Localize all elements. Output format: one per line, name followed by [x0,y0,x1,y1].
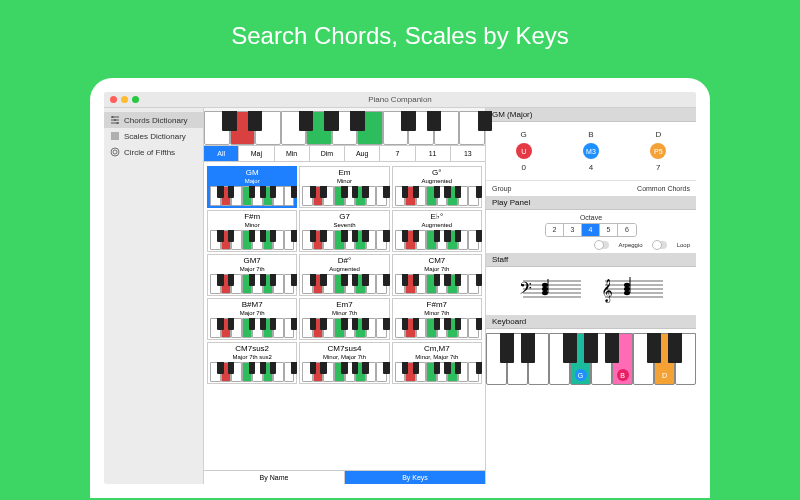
play-panel-header: Play Panel [486,196,696,210]
filter-tab[interactable]: All [204,146,239,161]
chord-grid: GMMajorEmMinorG°AugmentedF#mMinorG7Seven… [204,162,485,470]
bottom-tab[interactable]: By Keys [345,471,485,484]
mini-keyboard [395,274,479,294]
chord-cell[interactable]: D#°Augmented [299,254,389,296]
mini-keyboard [302,362,386,382]
piano-black-key[interactable] [478,111,493,131]
chord-name: B#M7 [242,301,263,309]
keyboard-black-key[interactable] [647,333,662,363]
keyboard-black-key[interactable] [668,333,683,363]
piano-keyboard-top[interactable] [204,108,485,146]
chord-type: Major 7th [240,310,265,316]
chord-cell[interactable]: B#M7Major 7th [207,298,297,340]
arpeggio-label: Arpeggio [619,242,643,248]
chord-cell[interactable]: Cm,M7Minor, Major 7th [392,342,482,384]
chord-name: CM7sus4 [328,345,362,353]
keyboard-black-key[interactable] [521,333,536,363]
arpeggio-toggle[interactable] [595,241,609,249]
sidebar: Chords Dictionary Scales Dictionary Circ… [104,108,204,484]
chord-type: Minor [245,222,260,228]
svg-point-0 [112,116,114,118]
filter-tab[interactable]: Aug [345,146,380,161]
chord-cell[interactable]: F#m7Minor 7th [392,298,482,340]
filter-tab[interactable]: 13 [451,146,485,161]
chord-cell[interactable]: G7Seventh [299,210,389,252]
chord-cell[interactable]: GMMajor [207,166,297,208]
chord-type: Major 7th sus2 [232,354,271,360]
note-label: B [571,130,611,139]
filter-tab[interactable]: 11 [416,146,451,161]
octave-selector[interactable]: 23456 [545,223,637,237]
svg-point-3 [111,148,119,156]
semitone-label: 4 [571,163,611,172]
sidebar-item-label: Chords Dictionary [124,116,188,125]
keyboard-black-key[interactable] [605,333,620,363]
chords-icon [110,115,120,125]
piano-black-key[interactable] [350,111,365,131]
staff-notation: 𝄢 𝄞 [486,267,696,315]
chord-name: G° [432,169,441,177]
chord-name: G7 [339,213,350,221]
mini-keyboard [302,318,386,338]
octave-button[interactable]: 2 [546,224,564,236]
piano-black-key[interactable] [401,111,416,131]
mini-keyboard [210,186,294,206]
chord-cell[interactable]: CM7Major 7th [392,254,482,296]
piano-black-key[interactable] [299,111,314,131]
octave-button[interactable]: 6 [618,224,636,236]
filter-tab[interactable]: Maj [239,146,274,161]
mini-keyboard [302,274,386,294]
chord-type: Major [245,178,260,184]
chord-cell[interactable]: Em7Minor 7th [299,298,389,340]
keyboard-black-key[interactable] [563,333,578,363]
piano-black-key[interactable] [248,111,263,131]
svg-point-11 [542,283,548,287]
mini-keyboard [395,362,479,382]
keyboard-black-key[interactable] [584,333,599,363]
sidebar-item-scales[interactable]: Scales Dictionary [104,128,203,144]
octave-button[interactable]: 4 [582,224,600,236]
group-label: Group [492,185,511,192]
chord-type: Major 7th [424,266,449,272]
chord-name: F#m [244,213,260,221]
titlebar: Piano Companion [104,92,696,108]
note-indicator: B [617,369,629,381]
semitone-label: 7 [638,163,678,172]
loop-toggle[interactable] [653,241,667,249]
interval-badge: U [516,143,532,159]
filter-tab[interactable]: Dim [310,146,345,161]
chord-type: Augmented [421,178,452,184]
chord-cell[interactable]: E♭°Augmented [392,210,482,252]
filter-tab[interactable]: Min [275,146,310,161]
chord-cell[interactable]: F#mMinor [207,210,297,252]
octave-button[interactable]: 3 [564,224,582,236]
chord-name-header: GM (Major) [486,108,696,122]
octave-button[interactable]: 5 [600,224,618,236]
mini-keyboard [395,186,479,206]
filter-tab[interactable]: 7 [380,146,415,161]
staff-header: Staff [486,253,696,267]
chord-type: Minor [337,178,352,184]
sidebar-item-label: Circle of Fifths [124,148,175,157]
chord-cell[interactable]: GM7Major 7th [207,254,297,296]
note-indicator: D [659,369,671,381]
mini-keyboard [302,186,386,206]
svg-point-21 [624,291,630,295]
note-indicator: G [575,369,587,381]
chord-cell[interactable]: CM7sus4Minor, Major 7th [299,342,389,384]
chord-type: Major 7th [240,266,265,272]
chord-cell[interactable]: EmMinor [299,166,389,208]
piano-black-key[interactable] [427,111,442,131]
chord-cell[interactable]: G°Augmented [392,166,482,208]
piano-black-key[interactable] [222,111,237,131]
chord-name: D#° [338,257,351,265]
chord-type: Seventh [333,222,355,228]
sidebar-item-chords[interactable]: Chords Dictionary [104,112,203,128]
keyboard-black-key[interactable] [500,333,515,363]
svg-text:𝄞: 𝄞 [601,279,613,303]
sidebar-item-circle[interactable]: Circle of Fifths [104,144,203,160]
piano-black-key[interactable] [324,111,339,131]
chord-cell[interactable]: CM7sus2Major 7th sus2 [207,342,297,384]
bottom-tab[interactable]: By Name [204,471,345,484]
detail-keyboard[interactable]: GBD [486,333,696,385]
